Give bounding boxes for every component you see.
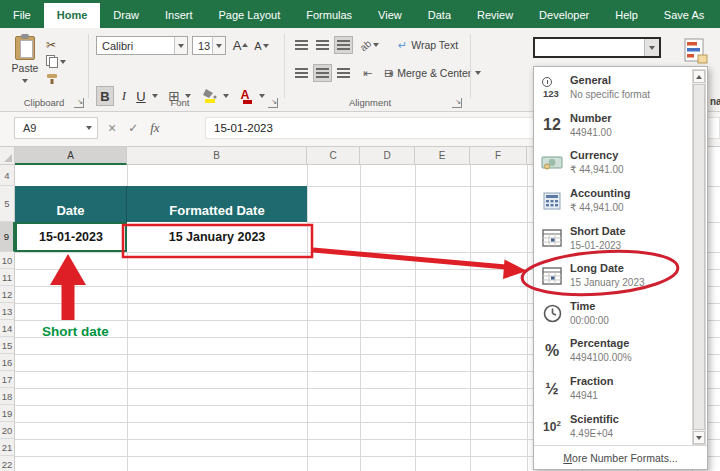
cell-b9[interactable]: 15 January 2023 bbox=[127, 222, 307, 252]
paste-button[interactable]: Paste bbox=[8, 34, 42, 92]
row-header-22[interactable]: 22 bbox=[0, 456, 15, 471]
scrollbar-thumb[interactable] bbox=[693, 84, 705, 430]
top-align-button[interactable] bbox=[292, 36, 311, 54]
format-option-scientific[interactable]: 102Scientific4.49E+04 bbox=[534, 407, 692, 445]
column-header-a[interactable]: A bbox=[15, 147, 127, 165]
cancel-button[interactable]: × bbox=[108, 120, 116, 136]
format-option-accounting[interactable]: Accounting₹ 44,941.00 bbox=[534, 182, 692, 220]
font-color-dropdown-arrow[interactable] bbox=[257, 86, 267, 106]
clipboard-dialog-launcher[interactable]: ↘ bbox=[74, 98, 84, 108]
format-option-fraction[interactable]: ½Fraction44941 bbox=[534, 370, 692, 408]
tab-formulas[interactable]: Formulas bbox=[293, 3, 365, 28]
font-name-dropdown-arrow[interactable] bbox=[174, 37, 187, 54]
more-number-formats-item[interactable]: More Number Formats... bbox=[534, 445, 707, 469]
conditional-formatting-icon[interactable] bbox=[684, 38, 708, 64]
row-header-12[interactable]: 12 bbox=[0, 286, 15, 303]
format-option-long-date[interactable]: Long Date15 January 2023 bbox=[534, 257, 692, 295]
orientation-button[interactable]: ab bbox=[360, 36, 379, 54]
align-left-button[interactable] bbox=[292, 64, 311, 82]
row-header-4[interactable]: 4 bbox=[0, 165, 15, 186]
number-format-dropdown-arrow[interactable] bbox=[644, 39, 659, 56]
number-format-combobox[interactable] bbox=[533, 37, 661, 58]
gridline bbox=[307, 165, 308, 471]
tab-file[interactable]: File bbox=[0, 3, 44, 28]
bold-button[interactable]: B bbox=[96, 86, 114, 106]
row-header-5[interactable]: 5 bbox=[0, 186, 15, 222]
enter-button[interactable]: ✓ bbox=[128, 121, 138, 135]
format-option-short-date[interactable]: Short Date15-01-2023 bbox=[534, 219, 692, 257]
format-painter-button[interactable] bbox=[46, 70, 82, 87]
font-color-button[interactable]: A bbox=[238, 86, 256, 106]
tab-home[interactable]: Home bbox=[44, 3, 101, 28]
format-option-number[interactable]: 12Number44941.00 bbox=[534, 107, 692, 145]
scroll-down-button[interactable] bbox=[693, 431, 705, 444]
middle-align-icon bbox=[316, 40, 329, 50]
cut-button[interactable]: ✂ bbox=[46, 36, 82, 53]
cell-b5[interactable]: Formatted Date bbox=[127, 186, 307, 222]
center-button[interactable] bbox=[313, 64, 332, 82]
increase-font-size-button[interactable]: A bbox=[231, 36, 250, 54]
row-header-14[interactable]: 14 bbox=[0, 320, 15, 337]
cell-a5[interactable]: Date bbox=[15, 186, 127, 222]
format-option-time[interactable]: Time00:00:00 bbox=[534, 295, 692, 333]
column-header-d[interactable]: D bbox=[360, 147, 415, 165]
row-header-18[interactable]: 18 bbox=[0, 388, 15, 405]
row-header-21[interactable]: 21 bbox=[0, 439, 15, 456]
alignment-dialog-launcher[interactable]: ↘ bbox=[452, 98, 462, 108]
select-all-corner[interactable] bbox=[0, 147, 15, 165]
center-icon bbox=[316, 68, 329, 78]
row-header-11[interactable]: 11 bbox=[0, 269, 15, 286]
tab-review[interactable]: Review bbox=[464, 3, 526, 28]
tab-developer[interactable]: Developer bbox=[526, 3, 602, 28]
font-group-label: Font bbox=[130, 97, 230, 108]
align-right-button[interactable] bbox=[334, 64, 353, 82]
decrease-indent-button[interactable]: ⇤ bbox=[358, 64, 377, 82]
merge-center-button[interactable]: ⊟ Merge & Center bbox=[384, 64, 481, 82]
calendar-icon bbox=[534, 267, 570, 285]
row-header-20[interactable]: 20 bbox=[0, 422, 15, 439]
tab-help[interactable]: Help bbox=[602, 3, 651, 28]
decrease-font-size-button[interactable]: A bbox=[252, 37, 271, 55]
cell-a9-selected[interactable]: 15-01-2023 bbox=[15, 222, 127, 252]
tab-page-layout[interactable]: Page Layout bbox=[205, 3, 293, 28]
tab-view[interactable]: View bbox=[365, 3, 415, 28]
wrap-text-button[interactable]: ↵ Wrap Text bbox=[398, 36, 458, 54]
format-option-name: Long Date bbox=[570, 262, 645, 275]
merge-center-label: Merge & Center bbox=[397, 67, 471, 79]
row-header-17[interactable]: 17 bbox=[0, 371, 15, 388]
middle-align-button[interactable] bbox=[313, 36, 332, 54]
row-header-15[interactable]: 15 bbox=[0, 337, 15, 354]
column-header-e[interactable]: E bbox=[415, 147, 470, 165]
row-header-9[interactable]: 9 bbox=[0, 222, 15, 252]
percent-icon: % bbox=[534, 342, 570, 360]
insert-function-button[interactable]: fx bbox=[150, 120, 159, 136]
font-size-combo[interactable]: 13 bbox=[192, 36, 226, 55]
row-header-16[interactable]: 16 bbox=[0, 354, 15, 371]
tab-draw[interactable]: Draw bbox=[100, 3, 152, 28]
row-header-13[interactable]: 13 bbox=[0, 303, 15, 320]
copy-dropdown-arrow[interactable] bbox=[60, 60, 66, 64]
font-name-combo[interactable]: Calibri bbox=[96, 36, 188, 55]
italic-button[interactable]: I bbox=[117, 86, 131, 106]
row-header-19[interactable]: 19 bbox=[0, 405, 15, 422]
row-header-10[interactable]: 10 bbox=[0, 252, 15, 269]
paste-dropdown-arrow[interactable] bbox=[22, 79, 28, 83]
copy-button[interactable] bbox=[46, 53, 82, 70]
dropdown-scrollbar[interactable] bbox=[692, 69, 706, 445]
font-size-dropdown-arrow[interactable] bbox=[212, 37, 225, 54]
format-option-currency[interactable]: Currency₹ 44,941.00 bbox=[534, 144, 692, 182]
name-box[interactable]: A9 bbox=[14, 117, 98, 139]
format-option-percentage[interactable]: %Percentage4494100.00% bbox=[534, 332, 692, 370]
tab-save-as[interactable]: Save As bbox=[651, 3, 717, 28]
font-dialog-launcher[interactable]: ↘ bbox=[268, 98, 278, 108]
bottom-align-button[interactable] bbox=[334, 36, 353, 54]
tab-data[interactable]: Data bbox=[415, 3, 464, 28]
bottom-align-icon bbox=[337, 40, 350, 50]
column-header-c[interactable]: C bbox=[307, 147, 360, 165]
column-header-b[interactable]: B bbox=[127, 147, 307, 165]
format-option-general[interactable]: 123GeneralNo specific format bbox=[534, 69, 692, 107]
tab-insert[interactable]: Insert bbox=[152, 3, 206, 28]
name-box-dropdown-arrow[interactable] bbox=[86, 126, 92, 130]
column-header-f[interactable]: F bbox=[470, 147, 527, 165]
scroll-up-button[interactable] bbox=[693, 70, 705, 83]
